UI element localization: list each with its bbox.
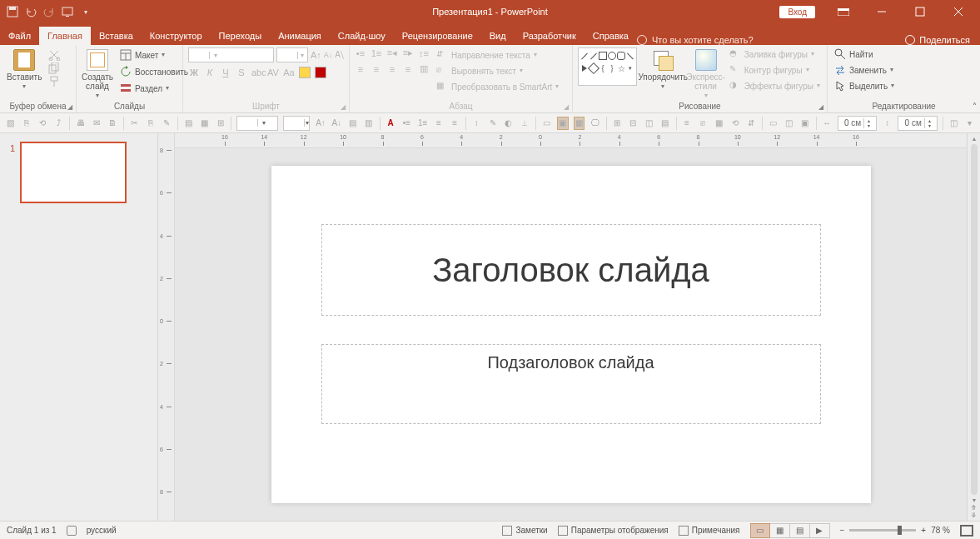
slide-thumbnail-pane[interactable]: 1 bbox=[0, 133, 158, 521]
dialog-launcher-icon[interactable]: ◢ bbox=[818, 103, 823, 111]
width-spinner[interactable]: 0 см▴▾ bbox=[838, 116, 877, 131]
line-arrow-shape-icon[interactable] bbox=[590, 52, 597, 59]
height-spinner[interactable]: 0 см▴▾ bbox=[898, 116, 937, 131]
qat-icon[interactable]: ⊞ bbox=[215, 117, 226, 130]
prev-slide-icon[interactable]: ⤊ bbox=[971, 504, 977, 512]
new-slide-button[interactable]: Создать слайд ▾ bbox=[82, 47, 113, 99]
more-shapes-icon[interactable]: ▾ bbox=[629, 65, 632, 72]
line-shape-icon[interactable] bbox=[581, 52, 588, 59]
zoom-out-icon[interactable]: − bbox=[840, 526, 845, 535]
bold-button[interactable]: Ж bbox=[188, 67, 200, 77]
dialog-launcher-icon[interactable]: ◢ bbox=[67, 103, 72, 111]
qat-icon[interactable]: A↓ bbox=[331, 117, 342, 130]
qat-icon[interactable]: ⎘ bbox=[145, 117, 156, 130]
scroll-down-icon[interactable]: ▾ bbox=[973, 497, 976, 504]
shape-fill-button[interactable]: ◓Заливка фигуры▾ bbox=[728, 47, 822, 61]
minimize-button[interactable] bbox=[863, 0, 900, 23]
qat-font-color[interactable]: A bbox=[385, 117, 395, 130]
select-button[interactable]: Выделить▾ bbox=[833, 79, 896, 92]
replace-button[interactable]: Заменить▾ bbox=[833, 63, 896, 77]
qat-icon[interactable]: A↑ bbox=[315, 117, 326, 130]
clear-formatting-icon[interactable]: A⧹ bbox=[335, 50, 344, 60]
next-slide-icon[interactable]: ⤋ bbox=[971, 512, 977, 519]
decrease-font-icon[interactable]: A↓ bbox=[324, 51, 333, 59]
qat-icon[interactable]: ⇵ bbox=[746, 117, 757, 130]
slideshow-button[interactable]: ▶ bbox=[810, 523, 830, 538]
align-center-button[interactable]: ≡ bbox=[371, 64, 382, 74]
qat-icon[interactable]: ▣ bbox=[799, 117, 810, 130]
columns-button[interactable]: ▥ bbox=[418, 63, 430, 74]
tab-home[interactable]: Главная bbox=[39, 27, 91, 45]
qat-icon[interactable]: ◫ bbox=[644, 117, 654, 130]
brace-left-icon[interactable]: { bbox=[601, 64, 604, 72]
qat-icon[interactable]: ▥ bbox=[363, 117, 374, 130]
zoom-value[interactable]: 78 % bbox=[931, 526, 950, 535]
font-size-mini[interactable]: ▾ bbox=[283, 116, 310, 131]
tab-review[interactable]: Рецензирование bbox=[394, 27, 481, 45]
collapse-ribbon-icon[interactable]: ˄ bbox=[973, 102, 977, 111]
shadow-button[interactable]: abc bbox=[251, 67, 263, 77]
qat-icon[interactable]: ≡ bbox=[450, 117, 460, 130]
qat-icon[interactable]: ✉ bbox=[91, 117, 102, 130]
qat-more-icon[interactable]: ▾ bbox=[964, 117, 975, 130]
qat-icon[interactable]: •≡ bbox=[401, 117, 412, 130]
qat-icon[interactable]: ▭ bbox=[541, 117, 552, 130]
qat-icon[interactable]: ▦ bbox=[714, 117, 724, 130]
ribbon-display-options-icon[interactable] bbox=[825, 0, 862, 23]
font-size-combo[interactable]: ▾ bbox=[276, 47, 308, 62]
customize-qat-icon[interactable]: ▾ bbox=[80, 6, 92, 17]
qat-icon[interactable]: ▦ bbox=[199, 117, 210, 130]
slide-thumbnail[interactable] bbox=[20, 142, 127, 203]
text-direction-button[interactable]: ⇵Направление текста▾ bbox=[435, 48, 560, 62]
tab-developer[interactable]: Разработчик bbox=[515, 27, 585, 45]
qat-icon[interactable]: ▤ bbox=[659, 117, 670, 130]
qat-icon[interactable]: ✎ bbox=[161, 117, 172, 130]
font-color-button[interactable] bbox=[315, 67, 326, 78]
close-button[interactable] bbox=[940, 0, 977, 23]
star-shape-icon[interactable]: ☆ bbox=[618, 64, 625, 73]
start-from-beginning-icon[interactable] bbox=[62, 6, 73, 17]
connector-shape-icon[interactable] bbox=[627, 52, 634, 59]
line-spacing-button[interactable]: ↕≡ bbox=[418, 48, 430, 58]
maximize-button[interactable] bbox=[902, 0, 938, 23]
shapes-gallery[interactable]: { } ☆ ▾ bbox=[578, 47, 637, 86]
normal-view-button[interactable]: ▭ bbox=[750, 523, 770, 538]
tab-help[interactable]: Справка bbox=[585, 27, 637, 45]
diamond-shape-icon[interactable] bbox=[588, 62, 599, 74]
notes-button[interactable]: Заметки bbox=[502, 526, 547, 536]
reset-button[interactable]: Восстановить bbox=[118, 65, 190, 78]
qat-icon[interactable]: ↕ bbox=[882, 117, 893, 130]
paste-button[interactable]: Вставить ▾ bbox=[5, 47, 43, 90]
qat-icon[interactable]: ≡ bbox=[681, 117, 692, 130]
convert-smartart-button[interactable]: ▦Преобразовать в SmartArt▾ bbox=[435, 80, 560, 93]
zoom-control[interactable]: − + 78 % bbox=[840, 526, 950, 535]
find-button[interactable]: Найти bbox=[833, 47, 896, 61]
tab-slideshow[interactable]: Слайд-шоу bbox=[330, 27, 394, 45]
tab-insert[interactable]: Вставка bbox=[91, 27, 142, 45]
arrow-shape-icon[interactable] bbox=[582, 65, 587, 72]
qat-icon[interactable]: ▤ bbox=[347, 117, 358, 130]
tab-design[interactable]: Конструктор bbox=[142, 27, 211, 45]
char-spacing-button[interactable]: AV bbox=[267, 67, 279, 77]
decrease-indent-button[interactable]: ≡◂ bbox=[386, 47, 398, 58]
qat-icon[interactable]: ↕ bbox=[471, 117, 482, 130]
qat-icon[interactable]: ⎘ bbox=[21, 117, 32, 130]
qat-icon[interactable]: ◫ bbox=[948, 117, 959, 130]
rectangle-shape-icon[interactable] bbox=[599, 52, 607, 60]
highlight-color-button[interactable] bbox=[299, 67, 311, 78]
dialog-launcher-icon[interactable]: ◢ bbox=[564, 103, 569, 111]
align-right-button[interactable]: ≡ bbox=[386, 64, 398, 74]
language-indicator[interactable]: русский bbox=[87, 526, 117, 535]
section-button[interactable]: Раздел▾ bbox=[118, 82, 190, 95]
reading-view-button[interactable]: ▤ bbox=[790, 523, 810, 538]
brace-right-icon[interactable]: } bbox=[610, 64, 613, 72]
qat-icon[interactable]: ▣ bbox=[557, 117, 569, 130]
qat-icon[interactable]: ⊞ bbox=[611, 117, 622, 130]
qat-icon[interactable]: ⟲ bbox=[729, 117, 740, 130]
undo-icon[interactable] bbox=[25, 6, 37, 17]
shape-effects-button[interactable]: ◑Эффекты фигуры▾ bbox=[728, 79, 822, 92]
qat-icon[interactable]: ◫ bbox=[784, 117, 794, 130]
rounded-rect-shape-icon[interactable] bbox=[617, 52, 625, 60]
qat-icon[interactable]: 🗎 bbox=[107, 117, 118, 130]
qat-icon[interactable]: ▭ bbox=[768, 117, 779, 130]
